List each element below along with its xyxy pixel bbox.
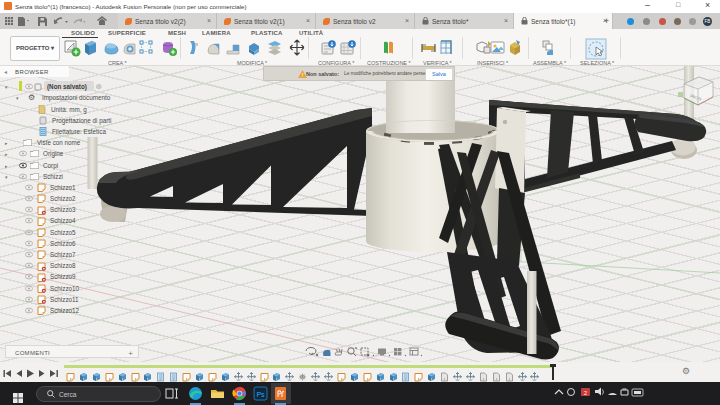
svg-text:2: 2 <box>584 390 587 396</box>
svg-text:Ps: Ps <box>256 391 265 398</box>
